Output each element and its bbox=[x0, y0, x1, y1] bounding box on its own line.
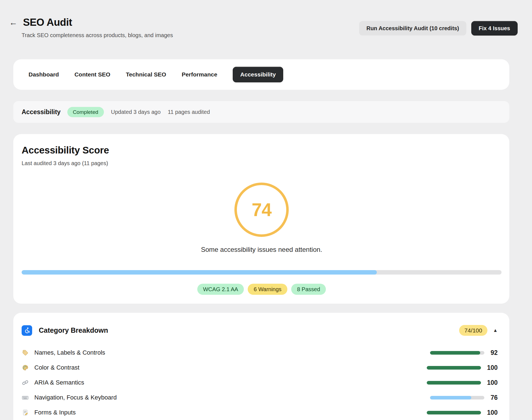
category-breakdown-card: Category Breakdown 74/100 ▲ Names, Label… bbox=[13, 313, 509, 420]
category-label: Names, Labels & Controls bbox=[34, 349, 105, 356]
score-badges: WCAG 2.1 AA6 Warnings8 Passed bbox=[22, 284, 502, 295]
category-row: Navigation, Focus & Keyboard76 bbox=[22, 390, 498, 405]
category-bar-track bbox=[427, 381, 481, 385]
score-message: Some accessibility issues need attention… bbox=[22, 246, 502, 253]
category-score-badge: 74/100 bbox=[459, 325, 487, 336]
score-badge-wcag-2-1-aa: WCAG 2.1 AA bbox=[197, 284, 244, 295]
score-badge-6-warnings: 6 Warnings bbox=[248, 284, 287, 295]
score-card-subtitle: Last audited 3 days ago (11 pages) bbox=[22, 160, 502, 167]
collapse-triangle-icon[interactable]: ▲ bbox=[493, 328, 498, 333]
run-accessibility-audit-button[interactable]: Run Accessibility Audit (10 credits) bbox=[359, 21, 466, 35]
score-value: 74 bbox=[252, 199, 271, 220]
category-bar-fill bbox=[430, 396, 471, 399]
category-bar-fill bbox=[427, 381, 481, 385]
back-arrow-icon[interactable]: ← bbox=[9, 18, 17, 27]
status-bar: Accessibility Completed Updated 3 days a… bbox=[13, 101, 509, 123]
category-bar-fill bbox=[427, 366, 481, 370]
category-row: Color & Contrast100 bbox=[22, 360, 498, 375]
category-title: Category Breakdown bbox=[39, 326, 108, 334]
category-bar-track bbox=[430, 351, 484, 355]
category-label: ARIA & Semantics bbox=[34, 379, 84, 386]
page-title: SEO Audit bbox=[23, 17, 72, 28]
seo-audit-page: ← SEO Audit Track SEO completeness acros… bbox=[0, 0, 532, 420]
category-bar-fill bbox=[430, 351, 480, 355]
memo-icon bbox=[22, 409, 29, 416]
tab-bar: DashboardContent SEOTechnical SEOPerform… bbox=[13, 59, 509, 90]
status-pages-audited: 11 pages audited bbox=[168, 109, 210, 115]
category-bar-track bbox=[430, 396, 484, 399]
tab-accessibility[interactable]: Accessibility bbox=[233, 67, 283, 82]
category-score: 100 bbox=[487, 409, 498, 416]
category-label: Color & Contrast bbox=[34, 364, 80, 371]
fix-issues-button[interactable]: Fix 4 Issues bbox=[471, 21, 518, 35]
category-label: Forms & Inputs bbox=[34, 409, 76, 416]
page-subtitle: Track SEO completeness across products, … bbox=[22, 32, 173, 39]
tab-technical-seo[interactable]: Technical SEO bbox=[126, 71, 166, 78]
header-actions: Run Accessibility Audit (10 credits) Fix… bbox=[359, 21, 518, 35]
score-badge-8-passed: 8 Passed bbox=[291, 284, 326, 295]
keyboard-icon bbox=[22, 394, 29, 401]
category-score: 76 bbox=[490, 394, 498, 401]
accessibility-icon bbox=[22, 325, 32, 336]
status-badge: Completed bbox=[67, 107, 104, 117]
category-label: Navigation, Focus & Keyboard bbox=[34, 394, 117, 401]
category-header: Category Breakdown 74/100 ▲ bbox=[22, 325, 498, 336]
category-bar-fill bbox=[427, 411, 481, 414]
category-score: 100 bbox=[487, 379, 498, 386]
category-row: ARIA & Semantics100 bbox=[22, 375, 498, 390]
tag-icon bbox=[22, 349, 29, 356]
status-updated: Updated 3 days ago bbox=[111, 109, 161, 115]
category-row: Forms & Inputs100 bbox=[22, 405, 498, 420]
category-score: 92 bbox=[490, 349, 498, 357]
score-progress-track bbox=[22, 270, 502, 275]
tab-performance[interactable]: Performance bbox=[182, 71, 217, 78]
category-score: 100 bbox=[487, 364, 498, 372]
accessibility-score-card: Accessibility Score Last audited 3 days … bbox=[13, 134, 509, 304]
tab-dashboard[interactable]: Dashboard bbox=[29, 71, 59, 78]
category-row: Names, Labels & Controls92 bbox=[22, 345, 498, 360]
status-title: Accessibility bbox=[22, 108, 61, 116]
tab-content-seo[interactable]: Content SEO bbox=[75, 71, 111, 78]
palette-icon bbox=[22, 364, 29, 371]
link-icon bbox=[22, 379, 29, 386]
page-header: ← SEO Audit Track SEO completeness acros… bbox=[9, 17, 173, 39]
category-rows: Names, Labels & Controls92Color & Contra… bbox=[22, 345, 498, 420]
category-bar-track bbox=[427, 366, 481, 370]
score-progress-fill bbox=[22, 270, 377, 275]
score-card-title: Accessibility Score bbox=[22, 145, 502, 156]
score-circle: 74 bbox=[234, 183, 289, 237]
category-bar-track bbox=[427, 411, 481, 414]
